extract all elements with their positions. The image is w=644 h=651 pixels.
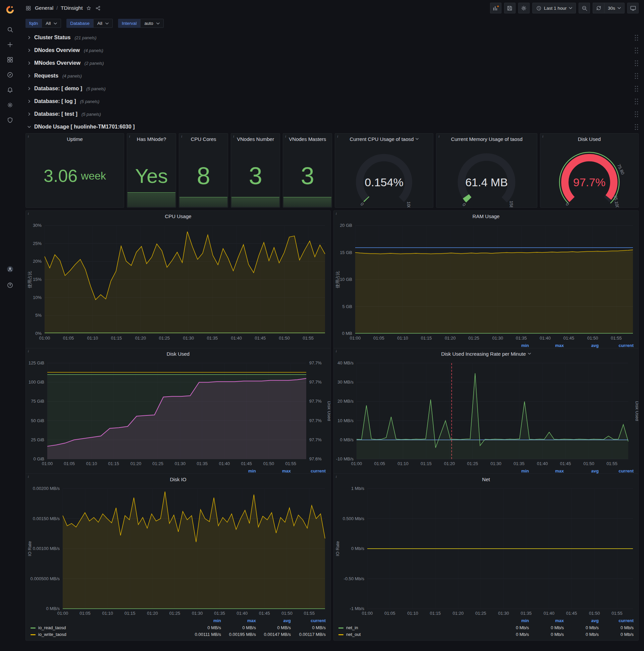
dashboard-row-mnodes-overview[interactable]: MNodes Overview (2 panels) [26, 57, 639, 69]
legend-series-label[interactable]: io_write_taosd [31, 631, 186, 638]
row-drag-handle[interactable] [634, 123, 639, 130]
dashboard-settings-button[interactable] [518, 3, 529, 13]
row-drag-handle[interactable] [634, 60, 639, 67]
panel-menu-chevron-icon[interactable] [528, 353, 531, 355]
sidebar-item-search[interactable] [3, 25, 17, 34]
cpu-usage-chart[interactable]: 01:0001:0501:1001:1501:2001:2501:3001:35… [26, 221, 330, 349]
variable-value-dropdown[interactable]: auto [140, 19, 163, 28]
sidebar-item-profile[interactable] [3, 265, 17, 274]
legend-column-header[interactable]: avg [256, 617, 291, 624]
dashboard-row-database-demo[interactable]: Database: [ demo ] (5 panels) [26, 82, 639, 95]
svg-text:01:15: 01:15 [421, 336, 432, 341]
panel-title[interactable]: CPU Usage [26, 211, 330, 221]
row-drag-handle[interactable] [634, 98, 639, 105]
panel-title[interactable]: Uptime [26, 133, 124, 144]
panel-info-icon[interactable]: i [334, 474, 337, 478]
dashboard-row-dnodes-overview[interactable]: DNodes Overview (4 panels) [26, 44, 639, 57]
panel-info-icon[interactable]: i [26, 348, 29, 353]
panel-title[interactable]: Current Memory Usage of taosd [437, 133, 537, 144]
panel-info-icon[interactable]: i [437, 133, 440, 138]
legend-column-header[interactable]: current [599, 617, 634, 624]
sidebar-item-alerting[interactable] [3, 85, 17, 95]
refresh-button[interactable] [593, 3, 604, 13]
panel-info-icon[interactable]: i [335, 133, 338, 138]
dashboard-row-dnode-usage[interactable]: DNode Usage [ huolinhe-TM1701:6030 ] [26, 121, 639, 133]
panel-title[interactable]: Current CPU Usage of taosd [335, 133, 433, 144]
sidebar-item-help[interactable] [3, 281, 17, 290]
panel-info-icon[interactable]: i [334, 211, 337, 215]
svg-text:0 MB/s: 0 MB/s [46, 606, 60, 611]
dashboard-row-database-test[interactable]: Database: [ test ] (5 panels) [26, 108, 639, 121]
panel-title[interactable]: VNodes Masters [283, 133, 332, 144]
sidebar-item-explore[interactable] [3, 70, 17, 80]
add-panel-button[interactable] [490, 3, 502, 13]
variable-value-dropdown[interactable]: All [93, 19, 113, 28]
row-drag-handle[interactable] [634, 72, 639, 80]
panel-info-icon[interactable]: i [540, 133, 543, 138]
variable-label[interactable]: Interval [118, 19, 140, 28]
monitor-icon [630, 5, 636, 11]
star-icon[interactable] [86, 5, 92, 11]
time-range-picker[interactable]: Last 1 hour [532, 3, 576, 13]
legend-series-label[interactable]: io_read_taosd [31, 624, 186, 631]
sidebar-item-server-admin[interactable] [3, 116, 17, 125]
legend-column-header[interactable]: current [291, 617, 326, 624]
legend-column-header[interactable]: avg [564, 617, 599, 624]
panel-info-icon[interactable]: i [334, 348, 337, 353]
svg-text:01:10: 01:10 [87, 336, 98, 341]
panel-title[interactable]: RAM Usage [334, 211, 638, 221]
share-icon[interactable] [95, 5, 101, 11]
svg-text:0.154%: 0.154% [365, 176, 404, 189]
variable-label[interactable]: Database [66, 19, 93, 28]
svg-text:01:15: 01:15 [421, 461, 432, 466]
disk-rate-chart[interactable]: 01:0001:0501:1001:1501:2001:2501:3001:35… [334, 359, 638, 468]
zoom-out-button[interactable] [579, 3, 590, 13]
sidebar-item-configuration[interactable] [3, 100, 17, 110]
panel-title[interactable]: VNodes Number [231, 133, 280, 144]
grafana-logo[interactable] [3, 3, 17, 17]
panel-title[interactable]: CPU Cores [179, 133, 228, 144]
panel-title[interactable]: Disk Used [540, 133, 638, 144]
variable-value-dropdown[interactable]: All [41, 19, 61, 28]
disk-used-chart[interactable]: 01:0001:0501:1001:1501:2001:2501:3001:35… [26, 359, 330, 468]
legend-series-label[interactable]: net_in [339, 624, 494, 631]
svg-text:01:40: 01:40 [219, 461, 230, 466]
legend-column-header[interactable]: max [529, 617, 564, 624]
cycle-view-mode-button[interactable] [627, 3, 639, 13]
panel-title[interactable]: Has MNode? [127, 133, 176, 144]
refresh-interval-picker[interactable]: 30s [604, 3, 624, 13]
legend-column-header[interactable]: min [494, 617, 529, 624]
legend-series-label[interactable]: net_out [339, 631, 494, 638]
panel-title[interactable]: Disk Used [26, 348, 330, 359]
panel-info-icon[interactable]: i [26, 474, 29, 478]
variable-label[interactable]: fqdn [26, 19, 41, 28]
panel-info-icon[interactable]: i [179, 133, 182, 138]
net-chart[interactable]: 01:0001:0501:1001:1501:2001:2501:3001:35… [334, 485, 638, 617]
sidebar-item-dashboards[interactable] [3, 55, 17, 64]
row-drag-handle[interactable] [634, 85, 639, 92]
panel-title[interactable]: Disk Used Increasing Rate per Minute [334, 348, 638, 359]
panel-info-icon[interactable]: i [127, 133, 130, 138]
panel-title[interactable]: Net [334, 474, 638, 485]
row-drag-handle[interactable] [634, 47, 639, 54]
legend-column-header[interactable]: min [186, 617, 221, 624]
sidebar-item-create[interactable] [3, 40, 17, 49]
disk-io-chart[interactable]: 01:0001:0501:1001:1501:2001:2501:3001:35… [26, 485, 330, 617]
panel-info-icon[interactable]: i [231, 133, 234, 138]
panel-info-icon[interactable]: i [26, 133, 29, 138]
panel-info-icon[interactable]: i [283, 133, 286, 138]
panel-info-icon[interactable]: i [26, 211, 29, 215]
legend-column-header[interactable]: max [221, 617, 256, 624]
dashboard-row-cluster-status[interactable]: Cluster Status (21 panels) [26, 31, 639, 44]
panel-menu-chevron-icon[interactable] [416, 138, 419, 140]
dashboard-row-database-log[interactable]: Database: [ log ] (5 panels) [26, 95, 639, 108]
breadcrumb-section[interactable]: General [35, 5, 53, 11]
dashboard-row-requests[interactable]: Requests (4 panels) [26, 69, 639, 82]
panel-title[interactable]: Disk IO [26, 474, 330, 485]
save-dashboard-button[interactable] [504, 3, 516, 13]
ram-usage-chart[interactable]: 01:0001:0501:1001:1501:2001:2501:3001:35… [334, 221, 638, 342]
row-drag-handle[interactable] [634, 34, 639, 41]
svg-text:95.100: 95.100 [613, 195, 620, 207]
breadcrumb-title[interactable]: TDinsight [61, 5, 83, 11]
row-drag-handle[interactable] [634, 111, 639, 118]
